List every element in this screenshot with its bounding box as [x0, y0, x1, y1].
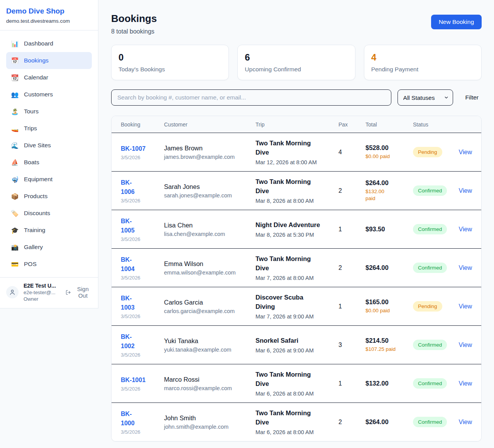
sidebar-item-icon: 📸 — [11, 244, 19, 251]
sidebar-item-label: Training — [24, 227, 45, 234]
sidebar-item-label: Calendar — [24, 74, 48, 81]
page-header: Bookings 8 total bookings New Booking — [111, 13, 482, 35]
search-input[interactable] — [111, 89, 391, 106]
sidebar-item-trips[interactable]: 🚤 Trips — [6, 120, 92, 137]
view-link[interactable]: View — [459, 419, 472, 425]
view-link[interactable]: View — [459, 264, 472, 271]
sidebar-item-calendar[interactable]: 📆 Calendar — [6, 69, 92, 86]
pax-count: 3 — [338, 342, 365, 349]
total-cell: $93.50 — [365, 226, 413, 233]
view-link[interactable]: View — [459, 187, 472, 194]
user-email: e2e-tester@... — [24, 290, 61, 295]
booking-cell: BK- 1003 3/5/2026 — [121, 294, 164, 319]
sidebar-item-discounts[interactable]: 🏷️ Discounts — [6, 205, 92, 222]
trip-cell: Two Tank Morning Dive Mar 6, 2026 at 8:0… — [255, 409, 338, 435]
pax-count: 2 — [338, 264, 365, 271]
trip-name: Discover Scuba Diving — [255, 293, 338, 312]
booking-cell: BK- 1005 3/5/2026 — [121, 217, 164, 242]
status-badge: Confirmed — [413, 340, 447, 350]
booking-cell: BK-1001 3/5/2026 — [121, 376, 164, 392]
trip-name: Two Tank Morning Dive — [255, 139, 338, 157]
sign-out-button[interactable]: Sign Out — [66, 286, 92, 299]
booking-cell: BK- 1006 3/5/2026 — [121, 178, 164, 204]
stat-label: Upcoming Confirmed — [245, 66, 348, 73]
sidebar-item-icon: 💳 — [11, 261, 19, 268]
total-cell: $264.00 $132.00 paid — [365, 179, 413, 202]
new-booking-button[interactable]: New Booking — [431, 15, 482, 29]
status-cell: Confirmed — [413, 378, 456, 389]
booking-id-link[interactable]: BK- 1003 — [121, 294, 164, 312]
table-row: BK- 1006 3/5/2026 Sarah Jones sarah.jone… — [112, 171, 481, 210]
stats-row: 0 Today's Bookings 6 Upcoming Confirmed … — [111, 45, 482, 80]
booking-id-link[interactable]: BK-1001 — [121, 376, 164, 385]
view-link[interactable]: View — [459, 342, 472, 348]
table-row: BK- 1005 3/5/2026 Lisa Chen lisa.chen@ex… — [112, 210, 481, 248]
stat-value: 6 — [245, 52, 348, 63]
sidebar-item-label: Dashboard — [24, 40, 53, 47]
stat-label: Today's Bookings — [118, 66, 222, 73]
booking-created-date: 3/5/2026 — [121, 386, 164, 392]
filter-row: All Statuses Filter — [111, 89, 482, 106]
pax-count: 1 — [338, 226, 365, 233]
sidebar-item-icon: 🏝️ — [11, 108, 19, 115]
status-select[interactable]: All Statuses — [398, 89, 453, 106]
stat-card: 0 Today's Bookings — [111, 45, 229, 80]
actions-cell: View — [456, 342, 472, 349]
view-link[interactable]: View — [459, 149, 472, 155]
status-cell: Confirmed — [413, 340, 456, 350]
sidebar-item-label: Tours — [24, 108, 39, 115]
sidebar-item-pos[interactable]: 💳 POS — [6, 256, 92, 273]
view-link[interactable]: View — [459, 303, 472, 310]
shop-name: Demo Dive Shop — [6, 7, 92, 15]
booking-id-link[interactable]: BK- 1004 — [121, 255, 164, 274]
total-cell: $528.00 $0.00 paid — [365, 144, 413, 160]
sidebar-item-customers[interactable]: 👥 Customers — [6, 86, 92, 103]
status-badge: Confirmed — [413, 263, 447, 273]
booking-id-link[interactable]: BK-1007 — [121, 144, 164, 153]
trip-cell: Two Tank Morning Dive Mar 7, 2026 at 8:0… — [255, 254, 338, 281]
actions-cell: View — [456, 303, 472, 310]
booking-created-date: 3/5/2026 — [121, 352, 164, 358]
customer-email: carlos.garcia@example.com — [164, 308, 255, 314]
sidebar-item-training[interactable]: 🎓 Training — [6, 222, 92, 239]
user-role: Owner — [24, 296, 61, 302]
booking-id-link[interactable]: BK- 1006 — [121, 178, 164, 197]
sidebar-item-tours[interactable]: 🏝️ Tours — [6, 103, 92, 120]
booking-cell: BK- 1004 3/5/2026 — [121, 255, 164, 281]
customer-email: sarah.jones@example.com — [164, 192, 255, 199]
sidebar-item-icon: 🤿 — [11, 176, 19, 183]
customer-cell: James Brown james.brown@example.com — [164, 145, 255, 160]
status-badge: Pending — [413, 301, 442, 312]
booking-id-link[interactable]: BK- 1002 — [121, 332, 164, 351]
sidebar-item-dive-sites[interactable]: 🌊 Dive Sites — [6, 137, 92, 154]
pax-count: 4 — [338, 149, 365, 156]
view-link[interactable]: View — [459, 380, 472, 387]
actions-cell: View — [456, 226, 472, 233]
trip-datetime: Mar 7, 2026 at 9:00 AM — [255, 313, 338, 320]
booking-id-link[interactable]: BK- 1000 — [121, 409, 164, 428]
sidebar-item-label: Gallery — [24, 244, 43, 251]
trip-cell: Discover Scuba Diving Mar 7, 2026 at 9:0… — [255, 293, 338, 320]
filter-button[interactable]: Filter — [465, 94, 479, 101]
customer-name: Emma Wilson — [164, 260, 255, 268]
customer-cell: Sarah Jones sarah.jones@example.com — [164, 183, 255, 199]
sidebar-item-gallery[interactable]: 📸 Gallery — [6, 239, 92, 256]
status-cell: Confirmed — [413, 185, 456, 196]
view-link[interactable]: View — [459, 226, 472, 232]
logout-icon — [66, 289, 71, 296]
sidebar-item-products[interactable]: 📦 Products — [6, 188, 92, 205]
sidebar-item-label: Equipment — [24, 176, 52, 183]
sidebar-item-bookings[interactable]: 📅 Bookings — [6, 52, 92, 69]
column-header-status: Status — [413, 121, 456, 128]
sidebar-nav: 📊 Dashboard 📅 Bookings 📆 Calendar 👥 Cust… — [0, 30, 98, 277]
booking-created-date: 3/5/2026 — [121, 198, 164, 204]
sidebar-item-dashboard[interactable]: 📊 Dashboard — [6, 35, 92, 52]
sidebar-item-icon: 🚤 — [11, 125, 19, 132]
sidebar-item-boats[interactable]: ⛵ Boats — [6, 154, 92, 171]
booking-id-link[interactable]: BK- 1005 — [121, 217, 164, 235]
table-row: BK- 1000 3/5/2026 John Smith john.smith@… — [112, 403, 481, 441]
trip-datetime: Mar 8, 2026 at 5:30 PM — [255, 232, 338, 238]
sidebar-item-equipment[interactable]: 🤿 Equipment — [6, 171, 92, 188]
main-content: Bookings 8 total bookings New Booking 0 … — [98, 0, 494, 441]
total-cell: $214.50 $107.25 paid — [365, 337, 413, 353]
